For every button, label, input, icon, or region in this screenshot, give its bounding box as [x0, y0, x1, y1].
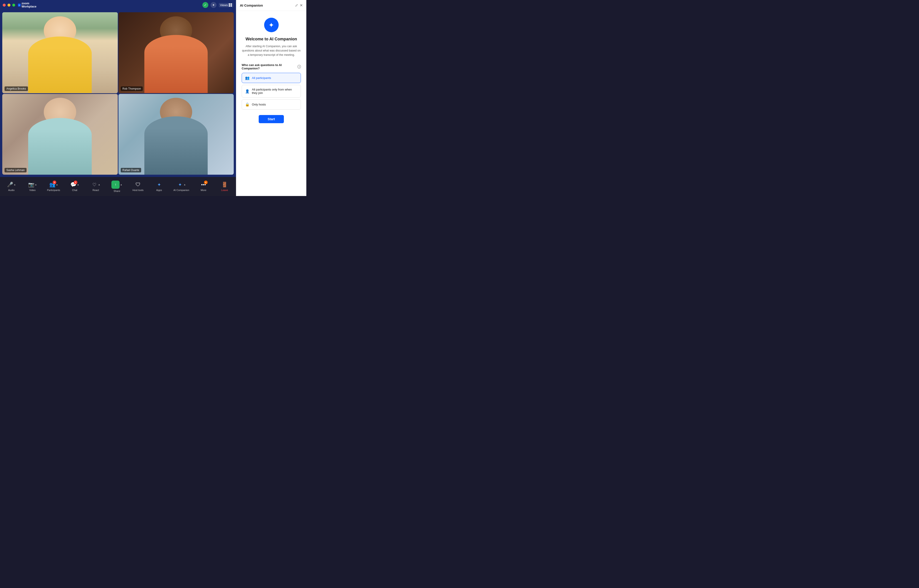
- toolbar-icon-group: ✦ ▲: [177, 181, 186, 188]
- toolbar-label-apps: Apps: [156, 189, 162, 191]
- badge-dot: ●: [204, 181, 208, 184]
- toolbar-item-leave[interactable]: 🚪 Leave: [218, 181, 231, 191]
- more-icon-badge: ••• ●: [200, 181, 207, 188]
- window-controls: [3, 4, 15, 6]
- video-icon: 📷: [28, 181, 34, 188]
- toolbar-icon-group: ✦: [156, 181, 162, 188]
- toolbar-label-participants: Participants: [47, 189, 60, 191]
- radio-option-all-participants-join[interactable]: 👤 All participants only from when they j…: [242, 85, 301, 97]
- toolbar-item-share[interactable]: ↑ ▲ Share: [110, 181, 124, 192]
- radio-option-label: Only hosts: [252, 103, 266, 106]
- participants-icon-badge: 👥 3: [49, 181, 55, 188]
- close-button[interactable]: [3, 4, 6, 6]
- participant-figure: [144, 35, 208, 93]
- ai-panel-body: ✦ Welcome to AI Companion After starting…: [236, 11, 306, 196]
- lock-icon: 🔒: [245, 102, 250, 107]
- video-cell: Angelica Brooks: [2, 12, 118, 93]
- toolbar-icon-group: ••• ●: [200, 181, 207, 188]
- close-icon[interactable]: ✕: [300, 3, 303, 8]
- participant-figure: [28, 118, 92, 174]
- participant-figure: [144, 116, 208, 174]
- participant-figure: [28, 37, 92, 93]
- participant-name-badge: Rob Thompson: [121, 86, 143, 91]
- maximize-button[interactable]: [12, 4, 15, 6]
- toolbar-label-video: Video: [29, 189, 36, 191]
- sparkle-icon[interactable]: ✦: [211, 2, 216, 8]
- radio-option-only-hosts[interactable]: 🔒 Only hosts: [242, 99, 301, 110]
- toolbar-label-host-tools: Host tools: [132, 189, 144, 191]
- toolbar-label-react: React: [92, 189, 99, 191]
- chevron-icon: ▲: [77, 183, 79, 186]
- toolbar-item-participants[interactable]: 👥 3 ▲ Participants: [47, 181, 60, 191]
- chevron-icon: ▲: [120, 183, 122, 186]
- badge-count: 3: [53, 181, 56, 184]
- mic-icon: 🎤: [7, 181, 13, 188]
- toolbar-item-ai-companion[interactable]: ✦ ▲ AI Companion: [173, 181, 189, 191]
- toolbar-icon-group: 📷 ▲: [28, 181, 37, 188]
- badge-count: 1: [74, 181, 78, 184]
- grid-icon: [229, 3, 232, 6]
- toolbar-icon-group: ♡ ▲: [91, 181, 100, 188]
- toolbar-icon-group: 🚪: [221, 181, 228, 188]
- ai-logo-circle: ✦: [264, 18, 279, 32]
- toolbar-label-leave: Leave: [221, 189, 228, 191]
- toolbar-item-video[interactable]: 📷 ▲ Video: [26, 181, 39, 191]
- title-bar: z zoom Workplace ✓ ✦ Views: [0, 0, 236, 10]
- start-button[interactable]: Start: [259, 115, 284, 123]
- toolbar: 🎤 ▲ Audio 📷 ▲ Video 👥 3 ▲ Participants: [0, 177, 236, 196]
- share-icon: ↑: [111, 181, 120, 189]
- ai-panel-title: AI Companion: [240, 3, 263, 7]
- title-bar-right: ✓ ✦ Views: [202, 2, 233, 8]
- toolbar-label-more: More: [200, 189, 206, 191]
- host-tools-icon: 🛡: [135, 181, 141, 188]
- ai-welcome-title: Welcome to AI Companion: [245, 37, 297, 42]
- participants-join-icon: 👤: [245, 89, 250, 94]
- toolbar-icon-group: 💬 1 ▲: [70, 181, 79, 188]
- all-participants-icon: 👥: [245, 76, 250, 80]
- toolbar-item-chat[interactable]: 💬 1 ▲ Chat: [68, 181, 81, 191]
- chevron-icon: ▲: [98, 183, 100, 186]
- radio-option-label: All participants only from when they joi…: [252, 88, 297, 95]
- views-button[interactable]: Views: [219, 3, 233, 7]
- expand-icon[interactable]: ⤢: [295, 3, 298, 8]
- toolbar-icon-group: ↑ ▲: [111, 181, 122, 189]
- video-cell: Rob Thompson: [118, 12, 234, 93]
- ai-star-icon: ✦: [268, 21, 274, 29]
- toolbar-label-ai-companion: AI Companion: [173, 189, 189, 191]
- ai-panel-header: AI Companion ⤢ ✕: [236, 0, 306, 11]
- ai-companion-panel: AI Companion ⤢ ✕ ✦ Welcome to AI Compani…: [236, 0, 306, 196]
- meeting-area: z zoom Workplace ✓ ✦ Views Angelica Broo…: [0, 0, 236, 196]
- video-grid: Angelica Brooks Rob Thompson Sasha Lehma…: [0, 10, 236, 177]
- ai-question-label: Who can ask questions to AI Companion? i: [242, 63, 301, 70]
- toolbar-icon-group: 🎤 ▲: [7, 181, 16, 188]
- leave-icon: 🚪: [221, 181, 228, 188]
- toolbar-label-share: Share: [113, 190, 120, 192]
- radio-option-label: All participants: [252, 76, 271, 80]
- radio-option-all-participants[interactable]: 👥 All participants: [242, 73, 301, 83]
- video-cell: Sasha Lehman: [2, 94, 118, 175]
- chevron-icon: ▲: [35, 183, 37, 186]
- toolbar-icon-group: 🛡: [135, 181, 141, 188]
- toolbar-item-react[interactable]: ♡ ▲ React: [89, 181, 103, 191]
- ai-panel-header-icons: ⤢ ✕: [295, 3, 303, 8]
- zoom-logo-icon: z: [18, 4, 21, 6]
- shield-icon[interactable]: ✓: [202, 2, 208, 8]
- participant-name-badge: Rafael Duarte: [121, 168, 141, 173]
- zoom-logo: z zoom Workplace: [18, 2, 37, 8]
- participant-name-badge: Angelica Brooks: [5, 86, 28, 91]
- chevron-icon: ▲: [14, 183, 16, 186]
- participant-name-badge: Sasha Lehman: [5, 168, 27, 173]
- apps-icon: ✦: [156, 181, 162, 188]
- toolbar-item-host-tools[interactable]: 🛡 Host tools: [131, 181, 145, 191]
- video-cell: Rafael Duarte: [118, 94, 234, 175]
- chevron-icon: ▲: [184, 183, 186, 186]
- ai-companion-icon: ✦: [177, 181, 183, 188]
- zoom-logo-text: zoom Workplace: [21, 2, 37, 8]
- ai-welcome-desc: After starting AI Companion, you can ask…: [242, 44, 301, 57]
- info-icon[interactable]: i: [297, 65, 301, 68]
- minimize-button[interactable]: [8, 4, 10, 6]
- toolbar-icon-group: 👥 3 ▲: [49, 181, 58, 188]
- toolbar-item-audio[interactable]: 🎤 ▲ Audio: [5, 181, 18, 191]
- toolbar-item-apps[interactable]: ✦ Apps: [152, 181, 166, 191]
- toolbar-item-more[interactable]: ••• ● More: [197, 181, 210, 191]
